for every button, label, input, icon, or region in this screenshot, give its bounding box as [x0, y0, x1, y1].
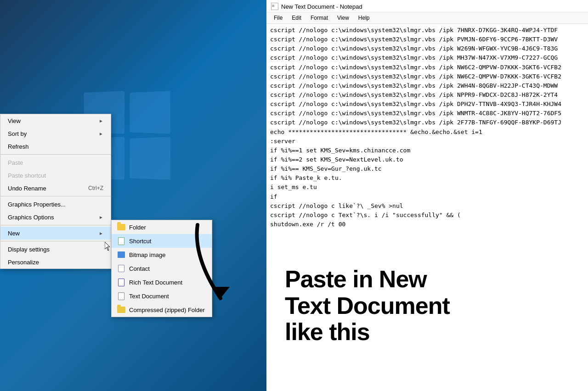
code-line-7: cscript //nologo c:\windows\system32\slm…: [270, 90, 584, 100]
notepad-menu-file[interactable]: File: [270, 13, 286, 22]
menu-item-new[interactable]: New ►: [0, 227, 111, 240]
notepad-titlebar: New Text Document - Notepad: [266, 0, 588, 12]
notepad-menu-help[interactable]: Help: [355, 13, 373, 22]
submenu-item-bitmap[interactable]: Bitmap image: [112, 248, 212, 262]
menu-item-paste[interactable]: Paste: [0, 156, 111, 169]
rich-text-icon: [117, 278, 125, 286]
code-line-13: if %i%==1 set KMS_Sev=kms.chinancce.com: [270, 146, 584, 155]
submenu-item-contact[interactable]: Contact: [112, 262, 212, 275]
context-menu: View ► Sort by ► Refresh Paste Paste sho…: [0, 114, 111, 269]
notepad-title: New Text Document - Notepad: [281, 3, 362, 10]
menu-item-undo-rename[interactable]: Undo Rename Ctrl+Z: [0, 182, 111, 195]
code-line-5: cscript //nologo c:\windows\system32\slm…: [270, 72, 584, 81]
separator-2: [0, 196, 111, 196]
separator-1: [0, 154, 111, 155]
code-line-4: cscript //nologo c:\windows\system32\slm…: [270, 63, 584, 72]
code-line-11: echo ********************************* &…: [270, 128, 584, 137]
code-line-12: :server: [270, 137, 584, 146]
code-line-16: if %i% Paste_k e.tu.: [270, 173, 584, 183]
submenu-item-text-doc[interactable]: Text Document: [112, 289, 212, 303]
zip-icon: [117, 306, 125, 314]
notepad-app-icon: [271, 3, 278, 10]
menu-item-personalize[interactable]: Personalize: [0, 256, 111, 268]
code-line-19: cscript //nologo c like`?\ _Sev% >nul: [270, 201, 584, 211]
submenu-arrow-graphics: ►: [99, 215, 103, 220]
code-line-3: cscript //nologo c:\windows\system32\slm…: [270, 53, 584, 62]
submenu-arrow-view: ►: [99, 118, 103, 123]
code-line-20: cscript //nologo c Text`?\s. i /i "succe…: [270, 211, 584, 220]
submenu-arrow-sort: ►: [99, 131, 103, 136]
code-line-15: if %i%== KMS_Sev=Gur_?eng.uk.tc: [270, 164, 584, 173]
separator-4: [0, 241, 111, 241]
code-line-2: cscript //nologo c:\windows\system32\slm…: [270, 44, 584, 53]
new-submenu: Folder Shortcut Bitmap image Contact Ric…: [111, 220, 212, 317]
shortcut-icon: [117, 237, 125, 245]
code-line-21: shutdown.exe /r /t 00: [270, 220, 584, 229]
code-line-18: if: [270, 192, 584, 201]
submenu-arrow-new: ►: [99, 231, 103, 236]
folder-icon: [117, 223, 125, 231]
code-line-0: cscript //nologo c:\windows\system32\slm…: [270, 26, 584, 35]
notepad-menu-format[interactable]: Format: [307, 13, 332, 22]
code-line-1: cscript //nologo c:\windows\system32\slm…: [270, 35, 584, 44]
contact-icon: [117, 264, 125, 273]
menu-item-paste-shortcut[interactable]: Paste shortcut: [0, 169, 111, 182]
code-line-6: cscript //nologo c:\windows\system32\slm…: [270, 81, 584, 90]
menu-item-graphics-properties[interactable]: Graphics Properties...: [0, 198, 111, 211]
menu-item-display-settings[interactable]: Display settings: [0, 243, 111, 256]
notepad-menu-view[interactable]: View: [334, 13, 353, 22]
submenu-item-zip[interactable]: Compressed (zipped) Folder: [112, 303, 212, 317]
code-line-10: cscript //nologo c:\windows\system32\slm…: [270, 118, 584, 127]
bitmap-icon: [117, 251, 125, 259]
submenu-item-shortcut[interactable]: Shortcut: [112, 234, 212, 248]
notepad-menubar: File Edit Format View Help: [266, 12, 588, 24]
submenu-item-rich-text[interactable]: Rich Text Document: [112, 275, 212, 289]
annotation-overlay: Paste in New Text Document like this: [285, 266, 450, 345]
menu-item-view[interactable]: View ►: [0, 114, 111, 127]
code-line-9: cscript //nologo c:\windows\system32\slm…: [270, 109, 584, 118]
submenu-item-folder[interactable]: Folder: [112, 220, 212, 234]
code-line-14: if %i%==2 set KMS_Sev=NextLevel.uk.to: [270, 155, 584, 164]
code-line-17: i set_ms e.tu: [270, 183, 584, 192]
notepad-menu-edit[interactable]: Edit: [288, 13, 305, 22]
menu-item-sort-by[interactable]: Sort by ►: [0, 127, 111, 140]
code-line-8: cscript //nologo c:\windows\system32\slm…: [270, 100, 584, 109]
menu-item-refresh[interactable]: Refresh: [0, 140, 111, 153]
text-doc-icon: [117, 292, 125, 300]
separator-3: [0, 225, 111, 225]
menu-item-graphics-options[interactable]: Graphics Options ►: [0, 211, 111, 223]
